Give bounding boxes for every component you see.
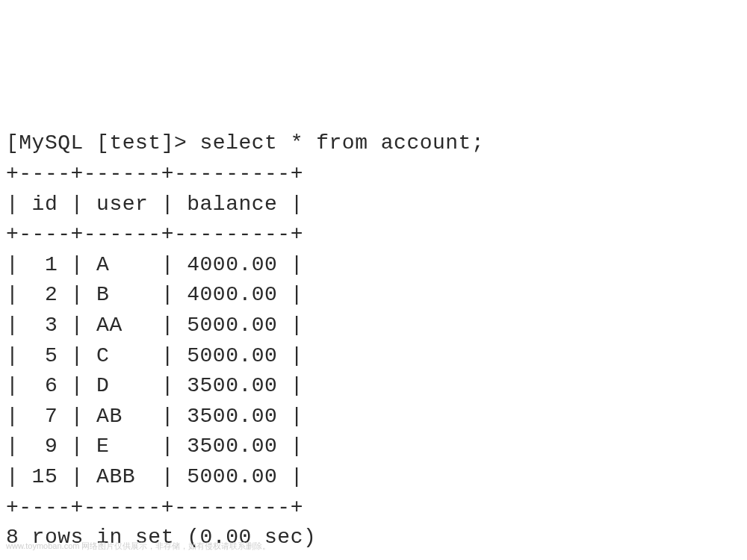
table-header-row: | id | user | balance |: [6, 193, 303, 216]
table-row: | 2 | B | 4000.00 |: [6, 283, 303, 306]
table-row: | 5 | C | 5000.00 |: [6, 344, 303, 367]
sql-prompt-line: [MySQL [test]> select * from account;: [6, 131, 484, 155]
table-border-bottom: +----+------+---------+: [6, 496, 303, 519]
table-row: | 3 | AA | 5000.00 |: [6, 314, 303, 337]
table-row: | 1 | A | 4000.00 |: [6, 253, 303, 276]
table-row: | 6 | D | 3500.00 |: [6, 374, 303, 397]
table-row: | 15 | ABB | 5000.00 |: [6, 465, 303, 488]
watermark-text: www.toymoban.com 网络图片仅供展示，非存储，如有侵权请联系删除。: [6, 541, 270, 553]
table-border-mid: +----+------+---------+: [6, 223, 303, 246]
table-row: | 9 | E | 3500.00 |: [6, 435, 303, 458]
terminal-output: [MySQL [test]> select * from account; +-…: [6, 128, 741, 553]
table-row: | 7 | AB | 3500.00 |: [6, 405, 303, 428]
table-border-top: +----+------+---------+: [6, 162, 303, 185]
